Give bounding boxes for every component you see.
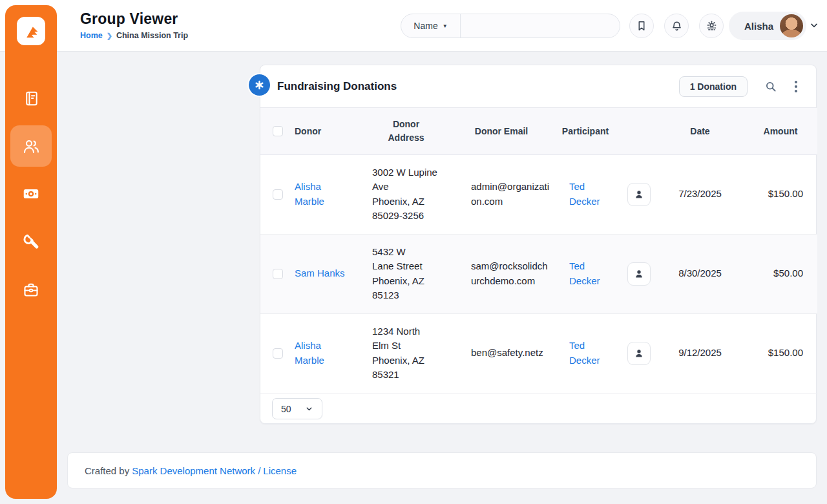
global-search: Name ▼ bbox=[401, 14, 620, 38]
caret-down-icon: ▼ bbox=[443, 23, 448, 29]
participant-link[interactable]: Ted Decker bbox=[569, 339, 614, 368]
donation-amount: $50.00 bbox=[744, 234, 817, 313]
spark-network-link[interactable]: Spark Development Network bbox=[132, 465, 255, 476]
donor-link[interactable]: Sam Hanks bbox=[295, 266, 345, 281]
user-menu[interactable]: Alisha bbox=[729, 12, 806, 40]
site-footer: Crafted by Spark Development Network / L… bbox=[67, 452, 817, 488]
chevron-down-icon bbox=[305, 404, 313, 413]
rock-arrow-logo-icon bbox=[21, 21, 41, 41]
license-link[interactable]: License bbox=[263, 465, 297, 476]
sidebar-nav bbox=[5, 78, 57, 310]
column-header-amount[interactable]: Amount bbox=[744, 108, 817, 154]
journal-icon bbox=[23, 90, 40, 107]
wrench-icon bbox=[23, 233, 40, 251]
donation-date: 8/30/2025 bbox=[656, 234, 744, 313]
select-all-checkbox[interactable] bbox=[273, 126, 283, 136]
column-header-person bbox=[621, 108, 656, 154]
sidebar-item-journal[interactable] bbox=[10, 78, 52, 119]
panel-header: Fundraising Donations 1 Donation bbox=[260, 65, 816, 108]
chevron-down-icon[interactable] bbox=[809, 20, 819, 30]
table-row[interactable]: Alisha Marble 1234 North Elm St Phoenix,… bbox=[260, 313, 817, 393]
breadcrumb-separator: ❯ bbox=[107, 32, 112, 40]
donor-email: sam@rocksolidchurchdemo.com bbox=[471, 259, 550, 288]
column-header-date[interactable]: Date bbox=[656, 108, 744, 154]
theme-toggle-button[interactable] bbox=[699, 14, 724, 38]
sidebar bbox=[5, 5, 57, 499]
cash-icon bbox=[21, 184, 41, 204]
table-header-row: Donor Donor Address Donor Email Particip… bbox=[260, 108, 817, 154]
donor-link[interactable]: Alisha Marble bbox=[295, 339, 345, 368]
asterisk-badge-icon bbox=[254, 79, 265, 90]
footer-separator: / bbox=[258, 465, 260, 476]
person-icon bbox=[634, 269, 644, 279]
donor-address: 3002 W Lupine Ave Phoenix, AZ 85029-3256 bbox=[359, 154, 453, 234]
search-icon bbox=[764, 80, 777, 93]
grid-options-button[interactable] bbox=[794, 80, 798, 93]
row-checkbox[interactable] bbox=[273, 189, 283, 200]
crafted-by-text: Crafted by bbox=[85, 465, 129, 476]
notifications-button[interactable] bbox=[664, 14, 689, 38]
person-icon bbox=[634, 189, 644, 200]
table-row[interactable]: Sam Hanks 5432 W Lane Street Phoenix, AZ… bbox=[260, 234, 817, 313]
briefcase-icon bbox=[22, 280, 40, 299]
panel-actions: 1 Donation bbox=[679, 76, 798, 97]
column-header-donor-email[interactable]: Donor Email bbox=[453, 108, 550, 154]
donation-date: 7/23/2025 bbox=[656, 154, 744, 234]
page-size-value: 50 bbox=[281, 404, 291, 414]
donation-amount: $150.00 bbox=[744, 313, 817, 393]
sidebar-item-cash[interactable] bbox=[10, 173, 52, 215]
donor-address: 1234 North Elm St Phoenix, AZ 85321 bbox=[359, 313, 453, 393]
user-name: Alisha bbox=[744, 21, 773, 32]
sun-haze-icon bbox=[706, 20, 718, 32]
block-badge bbox=[249, 74, 270, 96]
donor-address: 5432 W Lane Street Phoenix, AZ 85123 bbox=[359, 234, 453, 313]
column-header-participant[interactable]: Participant bbox=[550, 108, 621, 154]
search-input[interactable] bbox=[461, 14, 620, 37]
page-size-select[interactable]: 50 bbox=[272, 398, 322, 419]
donation-amount: $150.00 bbox=[744, 154, 817, 234]
search-filter-label: Name bbox=[414, 21, 437, 31]
column-header-donor[interactable]: Donor bbox=[285, 108, 359, 154]
kebab-menu-icon bbox=[794, 80, 798, 93]
bell-icon bbox=[671, 20, 683, 32]
sidebar-item-briefcase[interactable] bbox=[10, 269, 52, 310]
table-row[interactable]: Alisha Marble 3002 W Lupine Ave Phoenix,… bbox=[260, 154, 817, 234]
person-icon bbox=[634, 348, 644, 359]
donation-date: 9/12/2025 bbox=[656, 313, 744, 393]
person-profile-button[interactable] bbox=[627, 183, 651, 206]
grid-pagination: 50 bbox=[260, 394, 816, 425]
person-profile-button[interactable] bbox=[627, 342, 651, 365]
donor-email: ben@safety.netz bbox=[471, 346, 550, 361]
rock-logo[interactable] bbox=[17, 17, 45, 45]
column-header-donor-address[interactable]: Donor Address bbox=[359, 108, 453, 154]
breadcrumb-current: China Mission Trip bbox=[116, 31, 188, 40]
participant-link[interactable]: Ted Decker bbox=[569, 180, 614, 209]
row-checkbox[interactable] bbox=[273, 269, 283, 279]
donor-link[interactable]: Alisha Marble bbox=[295, 180, 345, 209]
breadcrumb-home-link[interactable]: Home bbox=[80, 31, 103, 40]
fundraising-donations-panel: Fundraising Donations 1 Donation bbox=[260, 65, 817, 424]
avatar bbox=[780, 14, 803, 37]
grid-search-button[interactable] bbox=[764, 80, 777, 93]
panel-title: Fundraising Donations bbox=[277, 80, 397, 93]
person-profile-button[interactable] bbox=[627, 262, 651, 286]
search-filter-dropdown[interactable]: Name ▼ bbox=[401, 14, 461, 37]
page-title: Group Viewer bbox=[80, 10, 178, 28]
donation-count-button[interactable]: 1 Donation bbox=[679, 76, 748, 97]
donor-email: admin@organization.com bbox=[471, 180, 550, 209]
breadcrumb: Home ❯ China Mission Trip bbox=[80, 31, 188, 40]
participant-link[interactable]: Ted Decker bbox=[569, 259, 614, 288]
people-icon bbox=[22, 137, 40, 155]
sidebar-item-people[interactable] bbox=[10, 125, 52, 167]
bookmark-icon bbox=[636, 20, 647, 32]
sidebar-item-wrench[interactable] bbox=[10, 221, 52, 262]
donations-table: Donor Donor Address Donor Email Particip… bbox=[260, 108, 817, 394]
bookmarks-button[interactable] bbox=[629, 14, 654, 38]
row-checkbox[interactable] bbox=[273, 348, 283, 359]
